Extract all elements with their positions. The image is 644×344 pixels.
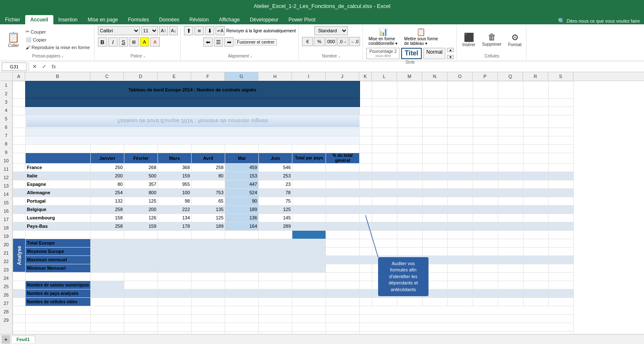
cell-b27[interactable]: [26, 314, 91, 323]
cell-o23[interactable]: [448, 281, 473, 289]
cell-q19[interactable]: [498, 247, 523, 255]
cell-s22[interactable]: [549, 272, 574, 281]
cell-max-mar[interactable]: [158, 255, 192, 264]
cell-s10[interactable]: [549, 172, 574, 180]
cell-r9[interactable]: [523, 163, 549, 172]
cell-rest-27[interactable]: [360, 314, 574, 323]
cell-p4[interactable]: [473, 115, 498, 128]
cell-h28[interactable]: [259, 323, 292, 331]
cell-n4[interactable]: [423, 115, 448, 128]
cell-i29[interactable]: [292, 331, 326, 334]
mise-en-forme-conditionnelle-button[interactable]: 📊 Mise en formeconditionnelle ▾: [366, 26, 400, 47]
confirm-formula-button[interactable]: ✓: [40, 63, 48, 70]
cell-portugal-may[interactable]: 90: [225, 197, 259, 205]
cell-min-jan[interactable]: [91, 264, 124, 272]
cell-e28[interactable]: [158, 323, 192, 331]
cell-mars-header[interactable]: Mars: [158, 153, 192, 163]
cell-n12[interactable]: [423, 188, 448, 197]
cell-o2[interactable]: [448, 98, 473, 107]
cell-p17[interactable]: [473, 230, 498, 239]
cell-s14[interactable]: [549, 205, 574, 214]
col-header-f[interactable]: F: [191, 72, 225, 81]
cell-rest-29[interactable]: [360, 331, 574, 334]
cell-o24[interactable]: [448, 289, 473, 297]
cell-min-apr[interactable]: [192, 264, 225, 272]
cell-portugal-jun[interactable]: 75: [259, 197, 292, 205]
cell-belgique-pct[interactable]: [326, 205, 360, 214]
cell-te-total[interactable]: [292, 239, 326, 247]
cell-min-may[interactable]: [225, 264, 259, 272]
cell-r7[interactable]: [523, 144, 549, 153]
cell-f23[interactable]: [192, 281, 225, 289]
cell-a28[interactable]: [13, 323, 26, 331]
cell-luxembourg-total[interactable]: [292, 214, 326, 222]
cell-r20[interactable]: [523, 255, 549, 264]
cell-r12[interactable]: [523, 188, 549, 197]
cell-o9[interactable]: [448, 163, 473, 172]
cell-g7[interactable]: [225, 144, 259, 153]
cell-g28[interactable]: [225, 323, 259, 331]
cell-m8[interactable]: [397, 153, 423, 163]
cell-luxembourg-pct[interactable]: [326, 214, 360, 222]
cell-o15[interactable]: [448, 214, 473, 222]
cell-allemagne-may[interactable]: 524: [225, 188, 259, 197]
cell-espagne-apr[interactable]: [192, 180, 225, 188]
cell-a16[interactable]: [13, 222, 26, 230]
cell-pays-bas-may[interactable]: 164: [225, 222, 259, 230]
cell-p24[interactable]: [473, 289, 498, 297]
cell-k6[interactable]: [360, 136, 372, 144]
cell-j7[interactable]: [326, 144, 360, 153]
new-sheet-button[interactable]: +: [2, 335, 10, 344]
cell-l2[interactable]: [372, 98, 397, 107]
cell-m10[interactable]: [397, 172, 423, 180]
cell-d27[interactable]: [124, 314, 158, 323]
row-16[interactable]: 16: [0, 207, 12, 215]
border-button[interactable]: ⊞: [129, 37, 139, 47]
formula-input[interactable]: [59, 64, 642, 70]
cell-i22[interactable]: [292, 272, 326, 281]
cell-espagne[interactable]: Espagne: [26, 180, 91, 188]
cell-o1[interactable]: [448, 81, 473, 98]
cell-s16[interactable]: [549, 222, 574, 230]
cell-min-pct[interactable]: [326, 264, 360, 272]
cell-nb-saisies-val[interactable]: [91, 281, 124, 289]
cell-luxembourg-mar[interactable]: 134: [158, 214, 192, 222]
cell-i17[interactable]: [292, 230, 326, 239]
cell-me-may[interactable]: [225, 247, 259, 255]
cell-i7[interactable]: [292, 144, 326, 153]
cell-pays-bas[interactable]: Pays-Bas: [26, 222, 91, 230]
row-1[interactable]: 1: [0, 81, 12, 89]
cell-h7[interactable]: [259, 144, 292, 153]
cell-f17[interactable]: [192, 230, 225, 239]
cell-o7[interactable]: [448, 144, 473, 153]
cell-r10[interactable]: [523, 172, 549, 180]
cell-p25[interactable]: [473, 297, 498, 306]
cell-p6[interactable]: [473, 136, 498, 144]
cell-o3[interactable]: [448, 107, 473, 115]
cell-r24[interactable]: [523, 289, 549, 297]
cell-g24[interactable]: [225, 289, 259, 297]
cell-portugal-jan[interactable]: 132: [91, 197, 124, 205]
cell-max-jun[interactable]: [259, 255, 292, 264]
cell-m19[interactable]: [397, 247, 423, 255]
cell-j26[interactable]: [326, 306, 360, 314]
cell-j22[interactable]: [326, 272, 360, 281]
cell-q6[interactable]: [498, 136, 523, 144]
cell-o10[interactable]: [448, 172, 473, 180]
cell-f27[interactable]: [192, 314, 225, 323]
cell-e26[interactable]: [158, 306, 192, 314]
cell-p13[interactable]: [473, 197, 498, 205]
cell-h24[interactable]: [259, 289, 292, 297]
cell-o12[interactable]: [448, 188, 473, 197]
cell-s1[interactable]: [549, 81, 574, 98]
cell-o20[interactable]: [448, 255, 473, 264]
cell-allemagne-pct[interactable]: [326, 188, 360, 197]
cell-k3[interactable]: [360, 107, 372, 115]
cell-espagne-total[interactable]: [292, 180, 326, 188]
cell-espagne-jun[interactable]: 23: [259, 180, 292, 188]
cell-n2[interactable]: [423, 98, 448, 107]
cell-s6[interactable]: [549, 136, 574, 144]
row-28[interactable]: 28: [0, 308, 12, 316]
cell-title[interactable]: Tableau de bord Europe 2014 : Nombre de …: [26, 81, 360, 98]
cell-m15[interactable]: [397, 214, 423, 222]
